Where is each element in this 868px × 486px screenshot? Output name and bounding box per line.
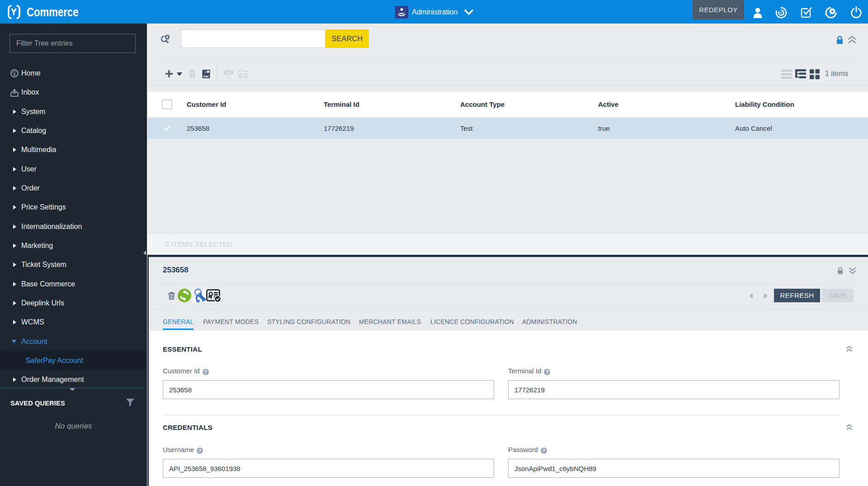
svg-text:csv: csv (203, 74, 209, 78)
